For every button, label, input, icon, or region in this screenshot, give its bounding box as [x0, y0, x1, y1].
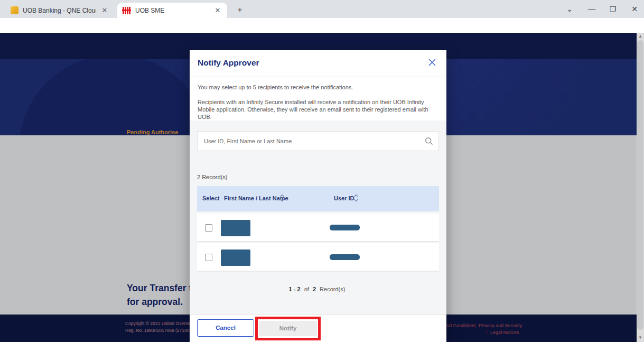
tab-close-icon[interactable]: ✕ — [213, 7, 222, 14]
window-close-button[interactable]: ✕ — [629, 4, 640, 14]
sort-icon[interactable] — [279, 193, 285, 203]
modal-intro-1: You may select up to 5 recipients to rec… — [198, 84, 434, 91]
record-count: 2 Record(s) — [197, 174, 227, 180]
column-userid: User ID — [334, 195, 354, 201]
modal-close-icon[interactable] — [427, 57, 437, 68]
browser-tab-uob-sme[interactable]: UOB SME ✕ — [117, 3, 227, 18]
redacted-name-block — [221, 220, 250, 236]
approver-search-input[interactable] — [198, 132, 419, 151]
window-restore-button[interactable]: ❐ — [608, 4, 618, 14]
qne-favicon — [11, 6, 18, 14]
approver-search-box — [197, 131, 439, 151]
tab-close-icon[interactable]: ✕ — [100, 7, 109, 14]
browser-tab-strip: UOB Banking - QNE Cloud Accou ✕ UOB SME … — [0, 0, 644, 18]
redacted-name-block — [221, 249, 250, 266]
window-minimize-button[interactable]: — — [586, 4, 597, 14]
modal-title: Notify Approver — [198, 58, 259, 68]
redacted-userid-block — [330, 254, 360, 260]
modal-intro-2: Recipients with an Infinity Secure insta… — [198, 98, 434, 121]
table-row — [197, 243, 439, 272]
pagination: 1 - 2 of 2 Record(s) — [190, 286, 446, 292]
column-select: Select — [202, 195, 219, 201]
cancel-button[interactable]: Cancel — [197, 319, 254, 337]
uob-favicon — [123, 7, 131, 14]
pagination-total: 2 — [313, 286, 316, 292]
tab-title: UOB Banking - QNE Cloud Accou — [23, 7, 96, 14]
tab-title: UOB SME — [135, 7, 209, 14]
pagination-records: Record(s) — [320, 286, 345, 292]
tab-search-chevron-icon[interactable]: ⌄ — [564, 4, 575, 14]
notify-approver-modal: Notify Approver You may select up to 5 r… — [190, 50, 446, 342]
notify-button[interactable]: Notify — [259, 321, 317, 336]
row-checkbox[interactable] — [205, 254, 212, 261]
pagination-of: of — [304, 286, 309, 292]
table-header: Select First Name / Last Name User ID — [197, 186, 439, 211]
table-row — [197, 214, 439, 242]
column-name: First Name / Last Name — [224, 195, 288, 201]
modal-divider — [190, 77, 446, 77]
pagination-range: 1 - 2 — [289, 286, 301, 292]
scrollbar-down-icon[interactable]: ▼ — [637, 335, 644, 340]
redacted-userid-block — [330, 225, 360, 230]
search-icon[interactable] — [425, 137, 433, 145]
browser-address-bar: my.uobsme.uobgroup.com/paymentConfirmati… — [0, 18, 644, 33]
sort-icon[interactable] — [353, 193, 359, 203]
new-tab-button[interactable]: + — [234, 4, 246, 16]
scrollbar-thumb[interactable] — [637, 40, 643, 330]
scrollbar-up-icon[interactable]: ▲ — [637, 34, 644, 39]
browser-tab-qne[interactable]: UOB Banking - QNE Cloud Accou ✕ — [5, 3, 114, 18]
row-checkbox[interactable] — [205, 224, 212, 232]
